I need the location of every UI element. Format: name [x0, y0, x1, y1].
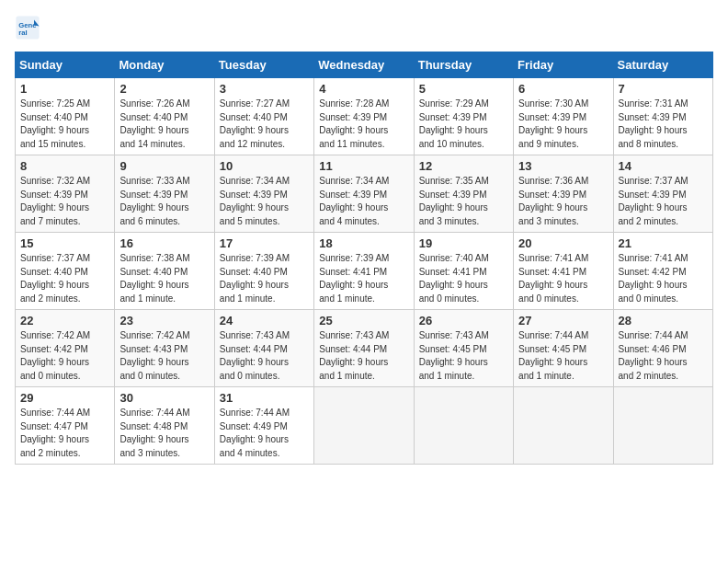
calendar-cell: 29Sunrise: 7:44 AMSunset: 4:47 PMDayligh… [16, 387, 115, 465]
day-number: 23 [119, 314, 209, 327]
day-info: Sunrise: 7:34 AMSunset: 4:39 PMDaylight:… [220, 175, 309, 228]
calendar-cell [613, 387, 712, 465]
day-number: 16 [119, 236, 209, 250]
day-number: 3 [220, 82, 309, 96]
calendar-cell: 23Sunrise: 7:42 AMSunset: 4:43 PMDayligh… [115, 310, 214, 387]
calendar-cell: 26Sunrise: 7:43 AMSunset: 4:45 PMDayligh… [414, 310, 513, 387]
day-number: 12 [419, 159, 508, 173]
calendar-header-row: SundayMondayTuesdayWednesdayThursdayFrid… [16, 52, 713, 78]
day-info: Sunrise: 7:44 AMSunset: 4:49 PMDaylight:… [220, 407, 309, 460]
calendar-cell: 27Sunrise: 7:44 AMSunset: 4:45 PMDayligh… [514, 310, 613, 387]
calendar-table: SundayMondayTuesdayWednesdayThursdayFrid… [15, 52, 713, 465]
col-header-tuesday: Tuesday [214, 52, 313, 78]
day-info: Sunrise: 7:38 AMSunset: 4:40 PMDaylight:… [119, 252, 209, 305]
calendar-cell: 28Sunrise: 7:44 AMSunset: 4:46 PMDayligh… [613, 310, 712, 387]
calendar-cell: 31Sunrise: 7:44 AMSunset: 4:49 PMDayligh… [214, 387, 313, 465]
day-info: Sunrise: 7:42 AMSunset: 4:43 PMDaylight:… [119, 329, 209, 383]
col-header-monday: Monday [115, 52, 214, 78]
calendar-cell: 9Sunrise: 7:33 AMSunset: 4:39 PMDaylight… [115, 155, 214, 233]
day-number: 19 [419, 236, 508, 250]
calendar-cell: 6Sunrise: 7:30 AMSunset: 4:39 PMDaylight… [514, 78, 613, 155]
calendar-week-2: 8Sunrise: 7:32 AMSunset: 4:39 PMDaylight… [16, 155, 713, 233]
day-info: Sunrise: 7:41 AMSunset: 4:41 PMDaylight:… [518, 252, 608, 305]
day-number: 21 [619, 236, 708, 250]
day-info: Sunrise: 7:44 AMSunset: 4:46 PMDaylight:… [619, 329, 708, 383]
calendar-cell: 7Sunrise: 7:31 AMSunset: 4:39 PMDaylight… [613, 78, 712, 155]
calendar-cell: 1Sunrise: 7:25 AMSunset: 4:40 PMDaylight… [16, 78, 115, 155]
day-info: Sunrise: 7:27 AMSunset: 4:40 PMDaylight:… [220, 98, 309, 151]
day-info: Sunrise: 7:35 AMSunset: 4:39 PMDaylight:… [419, 175, 508, 228]
day-number: 10 [220, 159, 309, 173]
col-header-wednesday: Wednesday [314, 52, 414, 78]
day-number: 26 [419, 314, 508, 327]
calendar-cell: 25Sunrise: 7:43 AMSunset: 4:44 PMDayligh… [314, 310, 414, 387]
day-info: Sunrise: 7:25 AMSunset: 4:40 PMDaylight:… [20, 98, 109, 151]
calendar-cell: 22Sunrise: 7:42 AMSunset: 4:42 PMDayligh… [16, 310, 115, 387]
day-number: 4 [319, 82, 408, 96]
day-info: Sunrise: 7:44 AMSunset: 4:47 PMDaylight:… [20, 407, 109, 460]
day-info: Sunrise: 7:41 AMSunset: 4:42 PMDaylight:… [619, 252, 708, 305]
day-number: 13 [518, 159, 608, 173]
calendar-cell: 5Sunrise: 7:29 AMSunset: 4:39 PMDaylight… [414, 78, 513, 155]
day-info: Sunrise: 7:37 AMSunset: 4:40 PMDaylight:… [20, 252, 109, 305]
col-header-saturday: Saturday [613, 52, 712, 78]
calendar-cell: 18Sunrise: 7:39 AMSunset: 4:41 PMDayligh… [314, 233, 414, 310]
day-number: 18 [319, 236, 408, 250]
day-info: Sunrise: 7:28 AMSunset: 4:39 PMDaylight:… [319, 98, 408, 151]
calendar-cell: 19Sunrise: 7:40 AMSunset: 4:41 PMDayligh… [414, 233, 513, 310]
day-info: Sunrise: 7:43 AMSunset: 4:44 PMDaylight:… [220, 329, 309, 383]
day-number: 17 [220, 236, 309, 250]
day-info: Sunrise: 7:32 AMSunset: 4:39 PMDaylight:… [20, 175, 109, 228]
calendar-week-1: 1Sunrise: 7:25 AMSunset: 4:40 PMDaylight… [16, 78, 713, 155]
day-info: Sunrise: 7:26 AMSunset: 4:40 PMDaylight:… [119, 98, 209, 151]
day-info: Sunrise: 7:31 AMSunset: 4:39 PMDaylight:… [619, 98, 708, 151]
day-number: 28 [619, 314, 708, 327]
day-info: Sunrise: 7:40 AMSunset: 4:41 PMDaylight:… [419, 252, 508, 305]
svg-text:ral: ral [18, 29, 27, 37]
day-info: Sunrise: 7:33 AMSunset: 4:39 PMDaylight:… [119, 175, 209, 228]
day-info: Sunrise: 7:39 AMSunset: 4:40 PMDaylight:… [220, 252, 309, 305]
calendar-cell: 12Sunrise: 7:35 AMSunset: 4:39 PMDayligh… [414, 155, 513, 233]
day-number: 27 [518, 314, 608, 327]
calendar-cell [414, 387, 513, 465]
day-info: Sunrise: 7:42 AMSunset: 4:42 PMDaylight:… [20, 329, 109, 383]
logo-icon: Gene ral [15, 15, 40, 40]
calendar-cell: 10Sunrise: 7:34 AMSunset: 4:39 PMDayligh… [214, 155, 313, 233]
day-number: 6 [518, 82, 608, 96]
col-header-thursday: Thursday [414, 52, 513, 78]
calendar-cell: 30Sunrise: 7:44 AMSunset: 4:48 PMDayligh… [115, 387, 214, 465]
day-number: 8 [20, 159, 109, 173]
day-info: Sunrise: 7:34 AMSunset: 4:39 PMDaylight:… [319, 175, 408, 228]
day-info: Sunrise: 7:30 AMSunset: 4:39 PMDaylight:… [518, 98, 608, 151]
day-info: Sunrise: 7:39 AMSunset: 4:41 PMDaylight:… [319, 252, 408, 305]
calendar-cell [314, 387, 414, 465]
day-number: 1 [20, 82, 109, 96]
calendar-week-3: 15Sunrise: 7:37 AMSunset: 4:40 PMDayligh… [16, 233, 713, 310]
day-number: 22 [20, 314, 109, 327]
calendar-week-4: 22Sunrise: 7:42 AMSunset: 4:42 PMDayligh… [16, 310, 713, 387]
calendar-cell: 20Sunrise: 7:41 AMSunset: 4:41 PMDayligh… [514, 233, 613, 310]
calendar-cell: 21Sunrise: 7:41 AMSunset: 4:42 PMDayligh… [613, 233, 712, 310]
col-header-sunday: Sunday [16, 52, 115, 78]
calendar-cell: 2Sunrise: 7:26 AMSunset: 4:40 PMDaylight… [115, 78, 214, 155]
calendar-week-5: 29Sunrise: 7:44 AMSunset: 4:47 PMDayligh… [16, 387, 713, 465]
calendar-cell: 17Sunrise: 7:39 AMSunset: 4:40 PMDayligh… [214, 233, 313, 310]
day-info: Sunrise: 7:44 AMSunset: 4:48 PMDaylight:… [119, 407, 209, 460]
day-number: 20 [518, 236, 608, 250]
day-number: 29 [20, 391, 109, 405]
day-number: 31 [220, 391, 309, 405]
day-info: Sunrise: 7:29 AMSunset: 4:39 PMDaylight:… [419, 98, 508, 151]
calendar-cell: 3Sunrise: 7:27 AMSunset: 4:40 PMDaylight… [214, 78, 313, 155]
day-number: 2 [119, 82, 209, 96]
day-number: 9 [119, 159, 209, 173]
header: Gene ral [15, 15, 713, 40]
day-number: 5 [419, 82, 508, 96]
day-info: Sunrise: 7:44 AMSunset: 4:45 PMDaylight:… [518, 329, 608, 383]
day-number: 24 [220, 314, 309, 327]
day-number: 25 [319, 314, 408, 327]
col-header-friday: Friday [514, 52, 613, 78]
calendar-cell: 13Sunrise: 7:36 AMSunset: 4:39 PMDayligh… [514, 155, 613, 233]
calendar-cell: 15Sunrise: 7:37 AMSunset: 4:40 PMDayligh… [16, 233, 115, 310]
calendar-cell: 8Sunrise: 7:32 AMSunset: 4:39 PMDaylight… [16, 155, 115, 233]
calendar-cell: 11Sunrise: 7:34 AMSunset: 4:39 PMDayligh… [314, 155, 414, 233]
